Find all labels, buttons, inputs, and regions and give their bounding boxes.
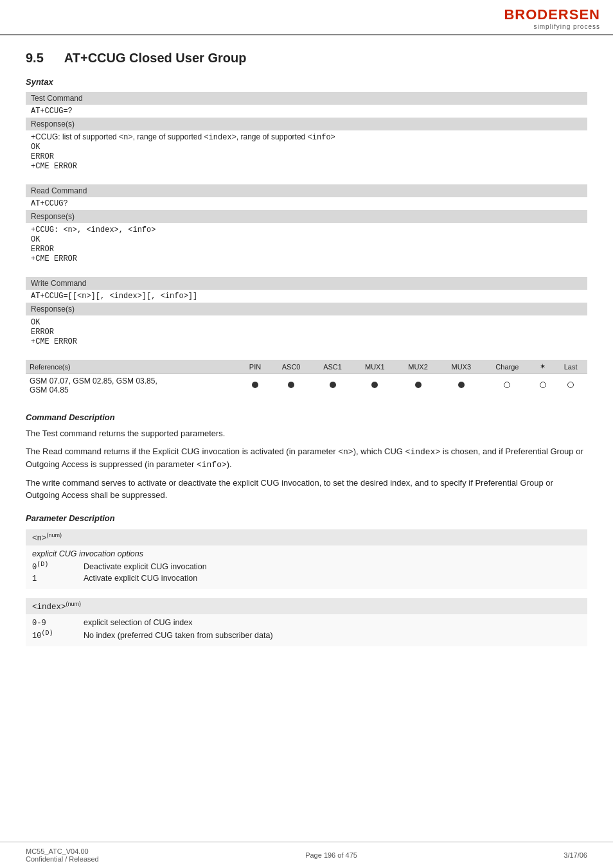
footer-date: 3/17/06: [564, 851, 587, 859]
ref-col-mux3: MUX3: [440, 360, 483, 374]
write-cmd-responses: OK ERROR +CME ERROR: [26, 315, 587, 348]
section-title: AT+CCUG Closed User Group: [64, 51, 247, 66]
param-index-row-1: 10(D) No index (preferred CUG taken from…: [32, 630, 581, 641]
section-number: 9.5: [26, 51, 44, 66]
write-cmd-command: AT+CCUG=[[<n>][, <index>][, <info>]]: [26, 290, 587, 303]
param-header-n: <n>(num): [26, 529, 587, 545]
ref-col-asc0: ASC0: [271, 360, 312, 374]
read-cmd-responses: +CCUG: <n>, <index>, <info> OK ERROR +CM…: [26, 223, 587, 265]
read-cmd-resp-label: Response(s): [26, 210, 587, 223]
main-content: 9.5 AT+CCUG Closed User Group Syntax Tes…: [0, 35, 613, 681]
param-desc-label: Parameter Description: [26, 513, 587, 523]
section-heading: 9.5 AT+CCUG Closed User Group: [26, 51, 587, 66]
brand-name: BRODERSEN: [504, 6, 600, 23]
footer-left: MC55_ATC_V04.00 Confidential / Released: [26, 847, 99, 863]
param-index-desc-0: explicit selection of CUG index: [84, 618, 193, 627]
ref-col-mux2: MUX2: [396, 360, 440, 374]
test-cmd-command: AT+CCUG=?: [26, 105, 587, 118]
test-command-table: Test Command AT+CCUG=? Response(s) +CCUG…: [26, 92, 587, 173]
param-index-val-0: 0-9: [32, 619, 71, 628]
param-index-val-1: 10(D): [32, 630, 71, 641]
param-body-index: 0-9 explicit selection of CUG index 10(D…: [26, 614, 587, 646]
page-header: BRODERSEN simplifying process: [0, 0, 613, 35]
param-block-n: <n>(num) explicit CUG invocation options…: [26, 529, 587, 589]
param-n-val-1: 1: [32, 574, 71, 583]
ref-col-mux1: MUX1: [353, 360, 396, 374]
param-n-desc-1: Activate explicit CUG invocation: [84, 574, 197, 583]
param-n-row-1: 1 Activate explicit CUG invocation: [32, 574, 581, 583]
param-header-index: <index>(num): [26, 598, 587, 614]
cmd-desc-para-0: The Test command returns the supported p…: [26, 427, 587, 440]
param-n-row-0: 0(D) Deactivate explicit CUG invocation: [32, 561, 581, 572]
footer-status: Confidential / Released: [26, 855, 99, 863]
read-cmd-header: Read Command: [26, 184, 587, 197]
read-command-table: Read Command AT+CCUG? Response(s) +CCUG:…: [26, 184, 587, 265]
syntax-label: Syntax: [26, 77, 587, 87]
reference-table: Reference(s) PIN ASC0 ASC1 MUX1 MUX2 MUX…: [26, 360, 587, 397]
ref-col-pin: PIN: [240, 360, 271, 374]
logo: BRODERSEN simplifying process: [504, 6, 600, 30]
param-body-n: explicit CUG invocation options 0(D) Dea…: [26, 545, 587, 589]
cmd-desc-para-1: The Read command returns if the Explicit…: [26, 445, 587, 472]
ref-col-icon: ✶: [531, 360, 554, 374]
write-command-table: Write Command AT+CCUG=[[<n>][, <index>][…: [26, 277, 587, 348]
test-cmd-response-0: +CCUG: list of supported <n>, range of s…: [26, 130, 587, 173]
write-cmd-header: Write Command: [26, 277, 587, 290]
read-cmd-command: AT+CCUG?: [26, 197, 587, 210]
param-n-val-0: 0(D): [32, 561, 71, 572]
ref-val-mux3: [440, 374, 483, 398]
ref-row-label: GSM 07.07, GSM 02.85, GSM 03.85,GSM 04.8…: [26, 374, 240, 398]
ref-col-asc1: ASC1: [312, 360, 353, 374]
param-n-item-label: explicit CUG invocation options: [32, 549, 581, 558]
ref-col-charge: Charge: [483, 360, 531, 374]
cmd-desc-label: Command Description: [26, 412, 587, 422]
ref-val-pin: [240, 374, 271, 398]
test-cmd-resp-label: Response(s): [26, 118, 587, 130]
ref-val-icon: [531, 374, 554, 398]
brand-tagline: simplifying process: [504, 23, 600, 30]
footer-doc-id: MC55_ATC_V04.00: [26, 847, 99, 855]
cmd-desc-para-2: The write command serves to activate or …: [26, 477, 587, 502]
param-index-row-0: 0-9 explicit selection of CUG index: [32, 618, 581, 628]
ref-header-label: Reference(s): [26, 360, 240, 374]
footer-center: Page 196 of 475: [305, 851, 357, 859]
param-index-desc-1: No index (preferred CUG taken from subsc…: [84, 631, 273, 640]
ref-val-asc1: [312, 374, 353, 398]
page-footer: MC55_ATC_V04.00 Confidential / Released …: [0, 842, 613, 868]
ref-val-mux1: [353, 374, 396, 398]
ref-val-asc0: [271, 374, 312, 398]
ref-val-last: [554, 374, 587, 398]
param-block-index: <index>(num) 0-9 explicit selection of C…: [26, 598, 587, 646]
ref-val-charge: [483, 374, 531, 398]
ref-val-mux2: [396, 374, 440, 398]
param-n-desc-0: Deactivate explicit CUG invocation: [84, 562, 207, 571]
write-cmd-resp-label: Response(s): [26, 303, 587, 315]
ref-col-last: Last: [554, 360, 587, 374]
test-cmd-header: Test Command: [26, 92, 587, 105]
